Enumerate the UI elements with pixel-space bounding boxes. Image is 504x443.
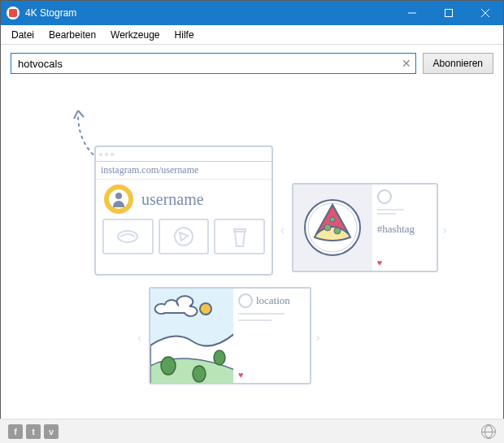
menu-help[interactable]: Hilfe bbox=[167, 27, 202, 43]
chevron-right-icon: › bbox=[316, 331, 320, 344]
app-icon bbox=[7, 7, 20, 20]
svg-point-5 bbox=[175, 228, 193, 245]
thumb-icon bbox=[214, 219, 265, 254]
svg-point-10 bbox=[330, 217, 335, 222]
svg-point-15 bbox=[214, 350, 225, 365]
illustration-profile-card: instagram.com/username username bbox=[94, 145, 273, 276]
thumb-icon bbox=[102, 219, 154, 254]
avatar-icon bbox=[104, 185, 133, 214]
twitter-icon[interactable]: t bbox=[26, 424, 41, 439]
avatar-icon bbox=[377, 189, 392, 204]
content-area: instagram.com/username username ‹ #hasht… bbox=[1, 82, 503, 432]
illustration-location: location bbox=[256, 294, 290, 306]
toolbar: ✕ Abonnieren bbox=[1, 45, 503, 82]
close-button[interactable] bbox=[467, 1, 503, 25]
search-field-wrap: ✕ bbox=[11, 53, 416, 74]
vimeo-icon[interactable]: v bbox=[44, 424, 59, 439]
chevron-left-icon: ‹ bbox=[137, 331, 141, 344]
menu-file[interactable]: Datei bbox=[4, 27, 41, 43]
heart-icon: ♥ bbox=[238, 370, 244, 380]
illustration-url: instagram.com/username bbox=[96, 162, 272, 180]
chevron-left-icon: ‹ bbox=[280, 224, 285, 237]
illustration-location-card: location ♥ bbox=[149, 287, 311, 384]
globe-icon[interactable] bbox=[481, 424, 496, 439]
menu-edit[interactable]: Bearbeiten bbox=[41, 27, 103, 43]
titlebar: 4K Stogram bbox=[1, 1, 503, 25]
statusbar: f t v bbox=[0, 419, 504, 443]
thumb-icon bbox=[159, 219, 210, 254]
maximize-button[interactable] bbox=[430, 1, 467, 25]
minimize-button[interactable] bbox=[393, 1, 430, 25]
svg-point-14 bbox=[193, 366, 206, 382]
illustration-hashtag-card: #hashtag ♥ bbox=[292, 183, 438, 272]
facebook-icon[interactable]: f bbox=[8, 424, 23, 439]
svg-point-8 bbox=[324, 224, 331, 231]
window-title: 4K Stogram bbox=[25, 7, 393, 19]
clear-search-button[interactable]: ✕ bbox=[398, 54, 415, 72]
subscribe-button[interactable]: Abonnieren bbox=[423, 53, 493, 74]
svg-point-13 bbox=[161, 357, 176, 375]
svg-point-9 bbox=[334, 228, 341, 234]
illustration-hashtag: #hashtag bbox=[377, 223, 432, 236]
menubar: Datei Bearbeiten Werkzeuge Hilfe bbox=[1, 25, 503, 45]
avatar-icon bbox=[238, 293, 253, 308]
illustration-username: username bbox=[141, 190, 204, 209]
menu-tools[interactable]: Werkzeuge bbox=[103, 27, 167, 43]
heart-icon: ♥ bbox=[377, 258, 383, 267]
chevron-right-icon: › bbox=[443, 224, 447, 237]
svg-rect-1 bbox=[445, 10, 452, 17]
svg-point-12 bbox=[200, 303, 211, 315]
search-input[interactable] bbox=[11, 54, 398, 73]
